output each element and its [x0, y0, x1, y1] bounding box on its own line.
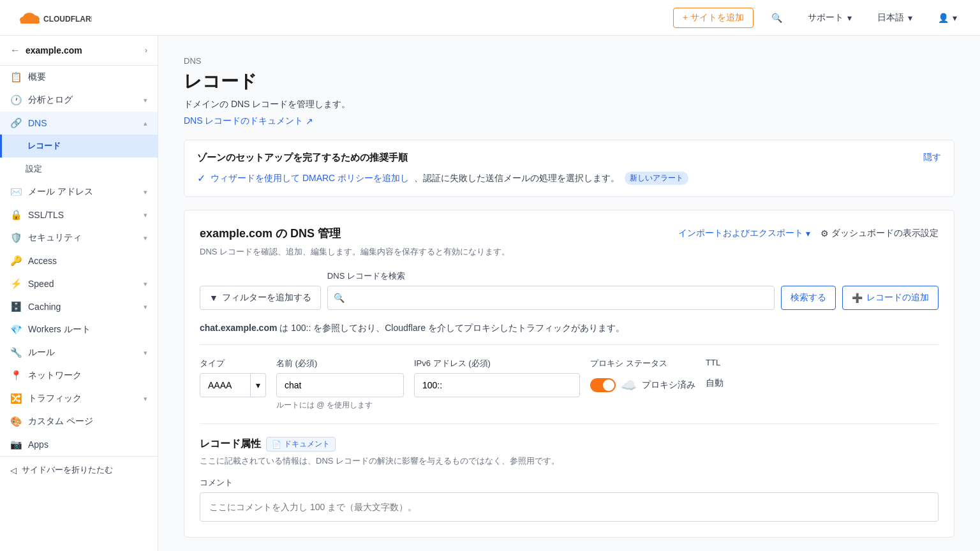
traffic-icon: 🔀	[10, 393, 22, 404]
main-content: DNS レコード ドメインの DNS レコードを管理します。 DNS レコードの…	[158, 36, 980, 551]
type-field-group: タイプ AAAA ▾	[200, 358, 266, 397]
custom-pages-icon: 🎨	[10, 416, 22, 427]
hide-button[interactable]: 隠す	[923, 152, 941, 163]
collapse-label: サイドバーを折りたたむ	[22, 464, 113, 476]
add-record-label: レコードの追加	[866, 292, 929, 304]
proxy-status-group: プロキシ ステータス ☁️ プロキシ済み	[590, 358, 695, 397]
dns-card-title: example.com の DNS 管理	[200, 226, 341, 241]
chevron-down-icon: ▾	[144, 280, 147, 288]
setup-banner: ゾーンのセットアップを完了するための推奨手順 ✓ ウィザードを使用して DMAR…	[184, 140, 954, 197]
dns-card-actions: インポートおよびエクスポート ▾ ⚙ ダッシュボードの表示設定	[678, 228, 939, 239]
select-chevron[interactable]: ▾	[251, 373, 266, 397]
sidebar-item-apps[interactable]: 📷 Apps	[0, 433, 158, 456]
add-record-button[interactable]: ➕ レコードの追加	[842, 286, 939, 310]
header: CLOUDFLARE + サイトを追加 🔍 サポート ▾ 日本語 ▾ 👤 ▾	[0, 0, 980, 36]
search-button[interactable]: 🔍	[764, 9, 790, 27]
dns-search-input[interactable]	[327, 286, 775, 310]
import-export-button[interactable]: インポートおよびエクスポート ▾	[678, 228, 810, 239]
apps-icon: 📷	[10, 439, 22, 450]
dashboard-settings-button[interactable]: ⚙ ダッシュボードの表示設定	[820, 228, 939, 239]
proxy-toggle[interactable]	[590, 378, 616, 392]
ssl-icon: 🔒	[10, 209, 22, 221]
add-site-button[interactable]: + サイトを追加	[673, 8, 754, 28]
chevron-down-icon: ▾	[847, 13, 852, 23]
notice-hostname: chat.example.com	[200, 323, 277, 333]
sidebar-item-access[interactable]: 🔑 Access	[0, 249, 158, 272]
search-button[interactable]: 検索する	[781, 286, 836, 310]
user-button[interactable]: 👤 ▾	[930, 9, 965, 27]
search-icon: 🔍	[334, 293, 345, 303]
security-icon: 🛡️	[10, 232, 22, 244]
chevron-down-icon: ▾	[144, 96, 147, 105]
filter-button-label: フィルターを追加する	[222, 292, 311, 304]
sidebar-item-ssl[interactable]: 🔒 SSL/TLS ▾	[0, 203, 158, 226]
sidebar-item-records[interactable]: レコード	[0, 135, 158, 158]
sidebar-item-label: 設定	[26, 163, 42, 175]
sidebar: ← example.com › 📋 概要 🕐 分析とログ ▾ 🔗 DNS ▴ レ…	[0, 36, 158, 551]
proxy-status-inner: ☁️ プロキシ済み	[590, 373, 695, 397]
sidebar-item-speed[interactable]: ⚡ Speed ▾	[0, 272, 158, 295]
name-input[interactable]	[276, 373, 404, 397]
sidebar-item-rules[interactable]: 🔧 ルール ▾	[0, 341, 158, 364]
add-filter-button[interactable]: ▼ フィルターを追加する	[200, 286, 321, 310]
dns-doc-link[interactable]: DNS レコードのドキュメント ↗	[184, 115, 313, 127]
chevron-down-icon: ▾	[144, 303, 147, 311]
dmarc-link[interactable]: ウィザードを使用して DMARC ポリシーを追加し	[211, 173, 409, 184]
sidebar-item-label: 概要	[28, 71, 46, 83]
setup-banner-item: ✓ ウィザードを使用して DMARC ポリシーを追加し 、認証に失敗した送信メー…	[197, 172, 688, 185]
chevron-down-icon: ▾	[256, 380, 260, 390]
collapse-sidebar-button[interactable]: ◁ サイドバーを折りたたむ	[0, 456, 158, 483]
sidebar-item-email[interactable]: ✉️ メール アドレス ▾	[0, 180, 158, 203]
record-attrs-desc: ここに記載されている情報は、DNS レコードの解決に影響を与えるものではなく、参…	[200, 455, 939, 467]
type-select[interactable]: AAAA	[200, 373, 251, 397]
chevron-down-icon: ▾	[806, 228, 810, 239]
sidebar-item-traffic[interactable]: 🔀 トラフィック ▾	[0, 387, 158, 410]
dns-card-desc: DNS レコードを確認、追加、編集します。編集内容を保存すると有効になります。	[200, 246, 939, 258]
import-export-label: インポートおよびエクスポート	[678, 228, 803, 239]
doc-badge-button[interactable]: 📄 ドキュメント	[266, 437, 336, 452]
dns-management-card: example.com の DNS 管理 インポートおよびエクスポート ▾ ⚙ …	[184, 210, 954, 538]
chevron-down-icon: ▾	[144, 188, 147, 196]
analytics-icon: 🕐	[10, 94, 22, 106]
sidebar-item-label: ネットワーク	[28, 370, 82, 381]
sidebar-item-overview[interactable]: 📋 概要	[0, 66, 158, 89]
chevron-down-icon: ▾	[144, 211, 147, 219]
dns-icon: 🔗	[10, 117, 22, 129]
support-button[interactable]: サポート ▾	[800, 8, 859, 27]
chevron-down-icon: ▾	[908, 13, 912, 23]
language-button[interactable]: 日本語 ▾	[870, 8, 920, 27]
access-icon: 🔑	[10, 255, 22, 267]
sidebar-item-network[interactable]: 📍 ネットワーク	[0, 364, 158, 387]
svg-rect-3	[20, 20, 40, 24]
ipv6-input[interactable]	[414, 373, 580, 397]
sidebar-item-workers[interactable]: 💎 Workers ルート	[0, 318, 158, 341]
workers-icon: 💎	[10, 324, 22, 335]
banner-item-text: 、認証に失敗した送信メールの処理を選択します。	[414, 173, 620, 184]
sidebar-item-dns[interactable]: 🔗 DNS ▴	[0, 112, 158, 135]
sidebar-item-custom-pages[interactable]: 🎨 カスタム ページ	[0, 410, 158, 433]
new-alert-badge: 新しいアラート	[625, 172, 688, 185]
chevron-down-icon: ▾	[953, 13, 957, 23]
record-form: タイプ AAAA ▾ 名前 (必須)	[200, 344, 939, 522]
collapse-icon: ◁	[10, 466, 17, 475]
sidebar-item-caching[interactable]: 🗄️ Caching ▾	[0, 295, 158, 318]
user-icon: 👤	[938, 13, 949, 23]
comment-input[interactable]	[200, 492, 939, 522]
dashboard-settings-label: ダッシュボードの表示設定	[831, 228, 939, 239]
page-title: レコード	[184, 70, 954, 94]
sidebar-item-settings[interactable]: 設定	[0, 158, 158, 180]
support-label: サポート	[808, 12, 843, 24]
ipv6-field-group: IPv6 アドレス (必須)	[414, 358, 580, 397]
sidebar-item-security[interactable]: 🛡️ セキュリティ ▾	[0, 226, 158, 249]
sidebar-item-analytics[interactable]: 🕐 分析とログ ▾	[0, 89, 158, 112]
record-attrs-title: レコード属性	[200, 437, 261, 451]
ttl-value: 自動	[706, 371, 724, 395]
app-layout: ← example.com › 📋 概要 🕐 分析とログ ▾ 🔗 DNS ▴ レ…	[0, 36, 980, 551]
plus-icon: ➕	[852, 293, 863, 303]
sidebar-item-label: Apps	[28, 439, 48, 450]
speed-icon: ⚡	[10, 278, 22, 290]
domain-selector[interactable]: ← example.com ›	[0, 36, 158, 66]
breadcrumb: DNS	[184, 56, 954, 66]
record-attributes-section: レコード属性 📄 ドキュメント ここに記載されている情報は、DNS レコードの解…	[200, 423, 939, 522]
name-label: 名前 (必須)	[276, 358, 404, 369]
